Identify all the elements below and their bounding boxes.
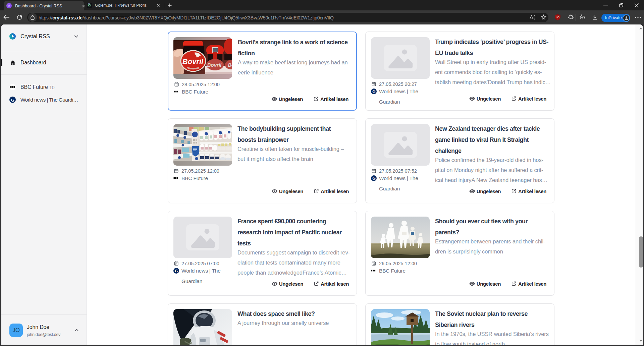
svg-text:G: G: [11, 98, 14, 103]
svg-text:Bovril: Bovril: [207, 62, 222, 68]
svg-text:G: G: [175, 269, 178, 273]
svg-text:G: G: [372, 176, 376, 181]
svg-text:Bovril: Bovril: [182, 57, 204, 66]
svg-text:G: G: [372, 89, 376, 94]
svg-text:UO: UO: [556, 16, 559, 19]
svg-text:Bo: Bo: [228, 62, 232, 68]
